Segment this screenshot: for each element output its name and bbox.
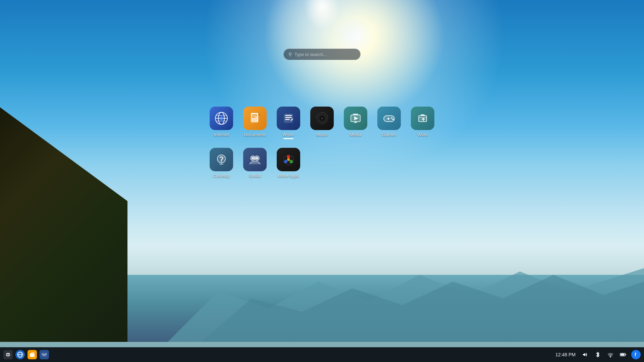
search-bar-container: ⚲	[283, 49, 361, 60]
svg-rect-17	[285, 119, 290, 120]
app-curiosity[interactable]: Curiosity	[205, 145, 238, 181]
svg-point-30	[392, 119, 394, 120]
internet-icon	[210, 107, 233, 130]
taskbar-right: 12:48 PM f	[555, 350, 641, 359]
svg-point-45	[287, 158, 290, 161]
work-label: Work	[418, 132, 428, 137]
taskbar-files-icon[interactable]	[28, 350, 37, 359]
svg-point-51	[610, 357, 611, 358]
search-bar[interactable]: ⚲	[283, 49, 361, 60]
svg-point-39	[252, 157, 254, 160]
search-input[interactable]	[294, 52, 356, 57]
app-row-2: Curiosity Social More Apps	[205, 145, 305, 181]
app-games[interactable]: Games	[372, 104, 406, 142]
documents-icon	[243, 107, 267, 130]
taskbar-time: 12:48 PM	[555, 352, 576, 357]
taskbar: 12:48 PM f	[0, 347, 644, 362]
curiosity-icon	[210, 148, 233, 171]
app-writer[interactable]: Writer	[272, 104, 305, 142]
svg-point-40	[256, 157, 258, 160]
taskbar-left	[3, 350, 49, 359]
media-label: Media	[350, 132, 361, 137]
app-work[interactable]: Work	[406, 104, 439, 142]
svg-rect-15	[285, 115, 292, 116]
svg-rect-13	[250, 114, 258, 124]
svg-rect-23	[353, 114, 358, 115]
documents-label: Documents	[244, 132, 266, 137]
app-social[interactable]: Social	[238, 145, 272, 181]
games-label: Games	[382, 132, 396, 137]
app-documents[interactable]: Documents	[238, 104, 272, 142]
work-icon	[411, 107, 434, 130]
taskbar-network-icon[interactable]	[606, 350, 615, 359]
svg-point-42	[287, 155, 290, 159]
app-row-1: Internet Documents Writer Music	[205, 104, 439, 142]
music-label: Music	[316, 132, 328, 137]
search-icon: ⚲	[288, 52, 292, 57]
taskbar-mail-icon[interactable]	[40, 350, 49, 359]
svg-point-7	[220, 117, 223, 120]
svg-rect-32	[421, 114, 425, 116]
svg-point-36	[221, 160, 222, 162]
app-music[interactable]: Music	[305, 104, 339, 142]
internet-label: Internet	[214, 132, 229, 137]
taskbar-sound-icon[interactable]	[580, 350, 590, 359]
writer-icon	[277, 107, 300, 130]
social-label: Social	[249, 173, 261, 178]
app-media[interactable]: Media	[339, 104, 372, 142]
svg-rect-16	[285, 117, 292, 118]
writer-label: Writer	[283, 132, 294, 139]
taskbar-facebook-icon[interactable]: f	[631, 350, 641, 359]
svg-point-35	[217, 155, 225, 163]
social-icon	[243, 148, 267, 171]
svg-point-21	[321, 117, 323, 119]
svg-point-44	[284, 160, 287, 163]
taskbar-bluetooth-icon[interactable]	[593, 350, 602, 359]
app-internet[interactable]: Internet	[205, 104, 238, 142]
taskbar-battery-icon[interactable]	[619, 350, 628, 359]
svg-rect-24	[354, 122, 357, 123]
taskbar-browser-icon[interactable]	[15, 350, 25, 359]
media-icon	[344, 107, 367, 130]
svg-point-29	[391, 117, 392, 119]
svg-rect-53	[621, 354, 625, 356]
app-moreapps[interactable]: More Apps	[272, 145, 305, 181]
games-icon	[377, 107, 401, 130]
music-icon	[310, 107, 334, 130]
moreapps-label: More Apps	[278, 173, 299, 178]
svg-rect-54	[625, 354, 626, 355]
svg-rect-50	[42, 353, 47, 356]
moreapps-icon	[277, 148, 300, 171]
svg-text:f: f	[635, 352, 636, 357]
app-grid: Internet Documents Writer Music	[205, 104, 439, 181]
svg-marker-12	[258, 113, 261, 116]
curiosity-label: Curiosity	[213, 173, 230, 178]
taskbar-infinity-icon[interactable]	[3, 350, 13, 359]
svg-point-43	[289, 160, 293, 163]
